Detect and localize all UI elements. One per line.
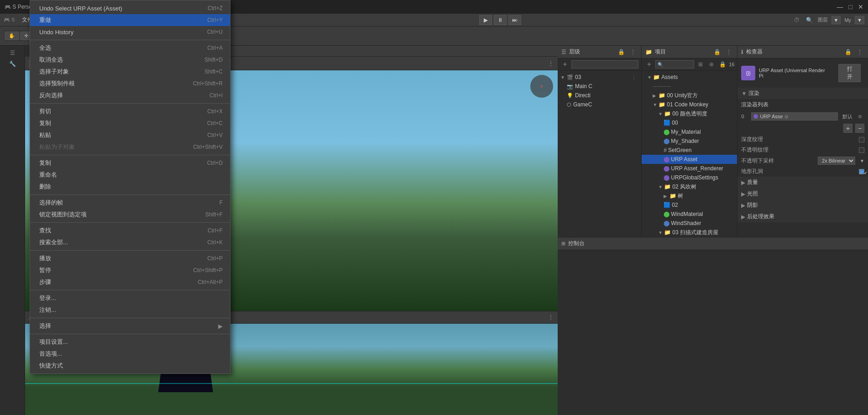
menu-deselect-all[interactable]: 取消全选 Shift+D (30, 54, 230, 66)
menu-pause[interactable]: 暂停 Ctrl+Shift+P (30, 264, 230, 276)
scene-more-btn[interactable]: ⋮ (548, 60, 554, 67)
inspector-lock-icon[interactable]: 🔒 (843, 47, 852, 57)
hierarchy-more-icon[interactable]: ⋮ (628, 47, 638, 57)
menu-redo[interactable]: 重做 Ctrl+Y (30, 14, 230, 26)
menu-delete[interactable]: 删除 (30, 181, 230, 193)
menu-select[interactable]: 选择 ▶ (30, 320, 230, 332)
menu-undo-history[interactable]: Undo History Ctrl+U (30, 26, 230, 38)
render-section-header[interactable]: ▼ 渲染 (737, 88, 868, 99)
hierarchy-search[interactable] (571, 60, 638, 68)
menu-cut[interactable]: 剪切 Ctrl+X (30, 105, 230, 117)
hier-item-maincam[interactable]: 📷 Main C (558, 82, 641, 91)
depth-texture-checkbox[interactable] (859, 137, 864, 142)
proj-urp-asset-renderer[interactable]: ⬤ URP Asset_Renderer (642, 164, 737, 173)
project-lock2-icon[interactable]: 🔒 (718, 60, 727, 69)
hierarchy-icon: ☰ (561, 49, 566, 55)
menu-step[interactable]: 步骤 Ctrl+Alt+P (30, 276, 230, 288)
search-global-icon[interactable]: 🔍 (805, 16, 814, 25)
menu-select-prefab-root[interactable]: 选择预制件根 Ctrl+Shift+R (30, 78, 230, 89)
hierarchy-lock-icon[interactable]: 🔒 (617, 47, 626, 57)
shadows-section-header[interactable]: ▶ 阴影 (737, 200, 868, 211)
menu-play[interactable]: 播放 Ctrl+P (30, 252, 230, 264)
proj-my-shader[interactable]: ⬤ My_Shader (642, 137, 737, 146)
hier-more-03[interactable]: ⋮ (629, 73, 638, 82)
inspector-more-icon[interactable]: ⋮ (855, 47, 864, 57)
sidebar-icon-2[interactable]: 🔧 (8, 59, 17, 68)
proj-color-alpha[interactable]: ▼ 📁 00 颜色透明度 (642, 109, 737, 118)
play-button[interactable]: ▶ (479, 15, 492, 25)
proj-wind-shader[interactable]: ⬤ WindShader (642, 219, 737, 228)
menu-select-children[interactable]: 选择子对象 Shift+C (30, 66, 230, 78)
hier-item-directional[interactable]: 💡 Directi (558, 91, 641, 100)
menu-sign-out[interactable]: 注销... (30, 304, 230, 316)
opaque-texture-checkbox[interactable] (859, 147, 864, 153)
urp-renderer-dot (753, 114, 758, 119)
post-processing-section-header[interactable]: ▶ 后处理效果 (737, 211, 868, 222)
menu-select-all[interactable]: 全选 Ctrl+A (30, 42, 230, 54)
menu-copy[interactable]: 复制 Ctrl+C (30, 117, 230, 129)
menu-shortcuts[interactable]: 快捷方式 (30, 360, 230, 372)
project-lock-icon[interactable]: 🔒 (712, 47, 722, 57)
proj-urp-global[interactable]: ⬤ URPGlobalSettings (642, 173, 737, 182)
menu-paste[interactable]: 粘贴 Ctrl+V (30, 129, 230, 141)
set-green-label: SetGreen (668, 147, 691, 153)
proj-scan-build[interactable]: ▼ 📁 03 扫描式建造房屋 (642, 228, 737, 237)
project-filter-icon[interactable]: ⊛ (707, 60, 716, 69)
menu-find[interactable]: 查找 Ctrl+F (30, 225, 230, 236)
menu-frame-selected[interactable]: 选择的帧 F (30, 197, 230, 209)
game-more-btn[interactable]: ⋮ (548, 314, 554, 321)
renderer-value-field[interactable]: URP Asse ⊙ (751, 112, 838, 121)
project-view-icon[interactable]: ⊞ (696, 60, 705, 69)
proj-code-monkey[interactable]: ▼ 📁 01 Code Monkey (642, 100, 737, 109)
inspector-open-btn[interactable]: 打开 (838, 64, 861, 82)
close-button[interactable]: ✕ (858, 3, 863, 11)
menu-project-settings[interactable]: 项目设置... (30, 336, 230, 348)
hier-item-03[interactable]: ▼ 🎬 03 ⋮ (558, 73, 641, 82)
proj-wind-tree[interactable]: ▼ 📁 02 风吹树 (642, 182, 737, 191)
lighting-section-header[interactable]: ▶ 光照 (737, 188, 868, 200)
project-count: 16 (729, 62, 734, 67)
quality-section-header[interactable]: ▶ 质量 (737, 177, 868, 188)
proj-tree-folder[interactable]: ▶ 📁 树 (642, 191, 737, 200)
menu-search-all[interactable]: 搜索全部... Ctrl+K (30, 236, 230, 248)
renderer-settings-icon[interactable]: ⚙ (855, 112, 864, 121)
remove-renderer-btn[interactable]: − (855, 124, 864, 133)
menu-duplicate[interactable]: 复制 Ctrl+D (30, 157, 230, 169)
proj-assets[interactable]: ▼ 📁 Assets (642, 73, 737, 82)
menu-undo[interactable]: Undo Select URP Asset (Asset) Ctrl+Z (30, 2, 230, 14)
menu-invert-selection[interactable]: 反向选择 Ctrl+I (30, 89, 230, 101)
add-renderer-btn[interactable]: + (843, 124, 852, 133)
inspector-asset-info: URP Asset (Universal Render Pi (759, 68, 827, 79)
proj-urp-asset[interactable]: ⬤ URP Asset (642, 155, 737, 164)
proj-my-material[interactable]: ⬤ My_Material (642, 127, 737, 137)
menu-lock-view[interactable]: 锁定视图到选定项 Shift+F (30, 209, 230, 221)
project-add-btn[interactable]: + (644, 60, 654, 69)
hier-item-gamec[interactable]: ⬡ GameC (558, 100, 641, 109)
history-icon[interactable]: ⏱ (792, 16, 801, 25)
menu-rename[interactable]: 重命名 (30, 169, 230, 181)
menu-sign-in[interactable]: 登录... (30, 292, 230, 304)
layout-dropdown[interactable]: ▼ (855, 16, 864, 24)
project-search[interactable]: 🔍 (655, 60, 694, 68)
opaque-downsampling-select[interactable]: 2x Bilinear 4x Box 4x Bilinear (818, 157, 855, 165)
scene-gizmo[interactable]: X (530, 75, 553, 98)
hierarchy-add-btn[interactable]: + (560, 60, 570, 69)
select-all-shortcut: Ctrl+A (207, 45, 223, 51)
pause-button[interactable]: ⏸ (494, 15, 507, 25)
step-button[interactable]: ⏭ (508, 15, 521, 25)
proj-unity-official[interactable]: ▶ 📁 00 Unity官方 (642, 91, 737, 100)
sidebar-icon-1[interactable]: ☰ (8, 48, 17, 58)
maximize-button[interactable]: □ (849, 3, 852, 11)
proj-asset-00[interactable]: 🟦 00 (642, 118, 737, 127)
minimize-button[interactable]: — (837, 3, 843, 11)
menu-preferences[interactable]: 首选项... (30, 348, 230, 360)
my-material-label: My_Material (671, 129, 701, 135)
hand-tool[interactable]: ✋ (5, 32, 19, 40)
project-more-icon[interactable]: ⋮ (724, 47, 733, 57)
proj-wind-material[interactable]: ⬤ WindMaterial (642, 210, 737, 219)
proj-set-green[interactable]: # SetGreen (642, 146, 737, 155)
proj-asset-02[interactable]: 🟦 02 (642, 200, 737, 210)
terrain-holes-checkbox[interactable]: ✓ (859, 169, 864, 174)
search-all-shortcut: Ctrl+K (207, 239, 223, 246)
layer-dropdown[interactable]: ▼ (831, 16, 841, 24)
